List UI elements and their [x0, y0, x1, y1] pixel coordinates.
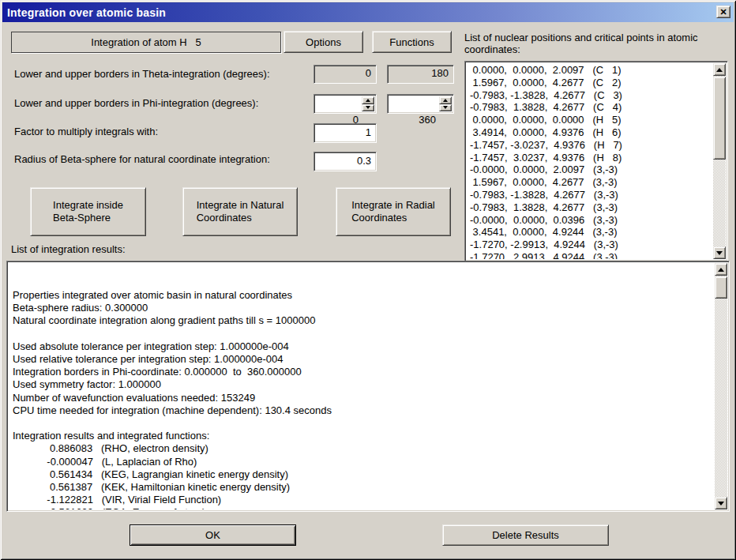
list-item[interactable]: -0.0000, 0.0000, 0.0396 (3,-3) — [470, 214, 712, 227]
scroll-thumb[interactable] — [713, 77, 726, 160]
spinner-down-button[interactable] — [439, 104, 452, 112]
options-button[interactable]: Options — [284, 31, 363, 53]
nuclear-positions-listbox[interactable]: 0.0000, 0.0000, 2.0097 (C 1) 1.5967, 0.0… — [464, 61, 728, 261]
phi-lower-spinner[interactable]: 0 — [314, 94, 377, 114]
spinner-down-button[interactable] — [362, 104, 374, 112]
arrow-up-icon — [718, 268, 724, 272]
spinner-up-button[interactable] — [362, 96, 374, 104]
spinner-down-icon — [443, 106, 448, 109]
integrate-natural-label: Integrate in Natural Coordinates — [197, 199, 284, 224]
results-scrollbar[interactable] — [715, 263, 727, 509]
close-button[interactable]: ✕ — [716, 6, 730, 18]
integration-results-label: List of integration results: — [11, 243, 126, 255]
list-item[interactable]: -1.7457, -3.0237, 4.9376 (H 7) — [470, 139, 712, 152]
theta-upper-field: 180 — [387, 65, 454, 84]
spinner-up-icon — [366, 99, 370, 102]
results-text: Properties integrated over atomic basin … — [9, 287, 714, 509]
integration-results-box[interactable]: Properties integrated over atomic basin … — [6, 261, 730, 512]
arrow-down-icon — [716, 251, 723, 255]
scroll-up-button[interactable] — [715, 263, 727, 276]
ok-button-label: OK — [205, 529, 220, 541]
list-item[interactable]: 3.4914, 0.0000, 4.9376 (H 6) — [470, 126, 712, 139]
list-item[interactable]: -1.7457, 3.0237, 4.9376 (H 8) — [470, 152, 712, 164]
arrow-down-icon — [718, 502, 724, 506]
listbox-scrollbar[interactable] — [713, 63, 726, 259]
delete-results-label: Delete Results — [492, 529, 559, 541]
ok-button[interactable]: OK — [130, 524, 296, 546]
theta-borders-label: Lower and upper borders in Theta-integra… — [14, 68, 270, 80]
list-item[interactable]: -1.7270, 2.9913, 4.9244 (3,-3) — [470, 251, 712, 259]
list-item[interactable]: -1.7270, -2.9913, 4.9244 (3,-3) — [470, 239, 712, 251]
list-item[interactable]: 1.5967, 0.0000, 4.2677 (3,-3) — [470, 176, 712, 189]
list-item[interactable]: 3.4541, 0.0000, 4.9244 (3,-3) — [470, 226, 712, 239]
titlebar[interactable]: Integration over atomic basin ✕ — [2, 2, 734, 22]
list-item[interactable]: -0.7983, 1.3828, 4.2677 (C 4) — [470, 101, 712, 114]
integrate-radial-button[interactable]: Integrate in Radial Coordinates — [336, 187, 451, 236]
radius-label: Radius of Beta-sphere for natural coordi… — [14, 153, 270, 165]
list-item[interactable]: 0.0000, 0.0000, 0.0000 (H 5) — [470, 114, 712, 126]
list-item[interactable]: -0.7983, -1.3828, 4.2677 (3,-3) — [470, 189, 712, 201]
phi-upper-value: 360 — [419, 114, 436, 126]
list-item[interactable]: 1.5967, 0.0000, 4.2677 (C 2) — [470, 77, 712, 89]
integrate-radial-label: Integrate in Radial Coordinates — [351, 199, 435, 224]
list-item[interactable]: -0.7983, 1.3828, 4.2677 (3,-3) — [470, 201, 712, 214]
integrate-natural-button[interactable]: Integrate in Natural Coordinates — [182, 187, 298, 236]
window-title: Integration over atomic basin — [2, 6, 166, 19]
scroll-down-button[interactable] — [713, 246, 726, 259]
options-button-label: Options — [306, 36, 341, 48]
functions-button-label: Functions — [389, 36, 434, 48]
phi-upper-spin-buttons — [439, 96, 452, 111]
scroll-thumb[interactable] — [715, 276, 727, 299]
list-item[interactable]: 0.0000, 0.0000, 2.0097 (C 1) — [470, 64, 712, 77]
integrate-beta-sphere-button[interactable]: Integrate inside Beta-Sphere — [30, 187, 146, 236]
list-item[interactable]: -0.0000, 0.0000, 2.0097 (3,-3) — [470, 163, 712, 176]
nuclear-positions-rows: 0.0000, 0.0000, 2.0097 (C 1) 1.5967, 0.0… — [467, 63, 712, 259]
functions-button[interactable]: Functions — [372, 31, 452, 53]
phi-borders-label: Lower and upper borders in Phi-integrati… — [14, 97, 258, 109]
close-icon: ✕ — [719, 8, 727, 17]
theta-lower-field: 0 — [314, 65, 377, 84]
atom-integration-label: Integration of atom H 5 — [91, 36, 201, 48]
list-item[interactable]: -0.7983, -1.3828, 4.2677 (C 3) — [470, 89, 712, 102]
spinner-up-button[interactable] — [439, 96, 452, 104]
nuclear-positions-label: List of nuclear positions and critical p… — [464, 32, 730, 55]
atom-integration-box: Integration of atom H 5 — [11, 32, 281, 53]
phi-upper-spinner[interactable]: 360 — [387, 94, 454, 114]
factor-label: Factor to multiply integrals with: — [14, 126, 158, 137]
delete-results-button[interactable]: Delete Results — [442, 524, 609, 546]
integrate-beta-sphere-label: Integrate inside Beta-Sphere — [53, 199, 123, 224]
scroll-down-button[interactable] — [715, 497, 727, 509]
arrow-up-icon — [716, 68, 723, 72]
spinner-down-icon — [366, 106, 370, 109]
factor-field[interactable]: 1 — [314, 123, 377, 143]
radius-field[interactable]: 0.3 — [314, 152, 377, 171]
spinner-up-icon — [443, 99, 448, 102]
phi-lower-spin-buttons — [362, 96, 374, 111]
scroll-up-button[interactable] — [713, 63, 726, 76]
dialog-window: Integration over atomic basin ✕ Integrat… — [0, 0, 736, 560]
